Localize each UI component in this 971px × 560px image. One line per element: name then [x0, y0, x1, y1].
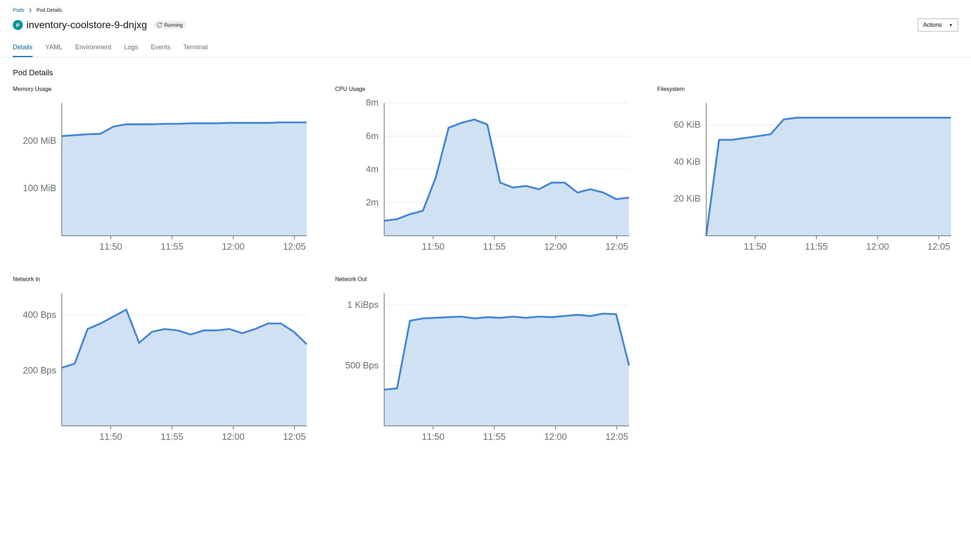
svg-text:11:55: 11:55	[160, 432, 184, 442]
chart-cpu-usage: CPU Usage2m4m6m8m11:5011:5512:0012:05	[335, 86, 636, 258]
svg-text:12:05: 12:05	[605, 432, 628, 442]
breadcrumb: Pods ❯ Pod Details	[13, 7, 958, 13]
svg-text:11:50: 11:50	[421, 242, 445, 252]
chart-title: Network Out	[335, 276, 636, 282]
svg-text:100 MiB: 100 MiB	[23, 183, 56, 193]
status-text: Running	[164, 22, 183, 28]
svg-text:12:05: 12:05	[605, 242, 628, 252]
svg-text:4m: 4m	[366, 164, 378, 174]
tab-terminal[interactable]: Terminal	[184, 40, 208, 57]
svg-text:11:55: 11:55	[483, 432, 506, 442]
svg-text:200 MiB: 200 MiB	[23, 135, 56, 145]
svg-text:2m: 2m	[366, 197, 378, 207]
chart-svg[interactable]: 100 MiB200 MiB11:5011:5512:0012:05	[13, 96, 314, 257]
svg-text:12:00: 12:00	[222, 242, 244, 252]
tab-logs[interactable]: Logs	[124, 40, 138, 57]
pod-icon: P	[13, 20, 23, 30]
svg-text:12:00: 12:00	[866, 242, 889, 252]
tab-events[interactable]: Events	[151, 40, 170, 57]
chart-network-out: Network Out500 Bps1 KiBps11:5011:5512:00…	[335, 276, 636, 448]
section-title: Pod Details	[13, 68, 958, 77]
chart-title: Filesystem	[657, 86, 958, 92]
svg-text:200 Bps: 200 Bps	[23, 365, 56, 375]
chart-svg[interactable]: 500 Bps1 KiBps11:5011:5512:0012:05	[335, 286, 636, 447]
chart-title: Memory Usage	[13, 86, 314, 92]
chart-filesystem: Filesystem20 KiB40 KiB60 KiB11:5011:5512…	[657, 86, 958, 258]
svg-text:12:05: 12:05	[283, 242, 306, 252]
svg-text:11:50: 11:50	[744, 242, 767, 252]
breadcrumb-parent-link[interactable]: Pods	[13, 7, 24, 13]
svg-text:11:55: 11:55	[483, 242, 506, 252]
svg-text:12:05: 12:05	[283, 432, 306, 442]
chevron-right-icon: ❯	[28, 7, 32, 12]
chart-svg[interactable]: 200 Bps400 Bps11:5011:5512:0012:05	[13, 286, 314, 447]
actions-label: Actions	[923, 22, 942, 28]
svg-text:40 KiB: 40 KiB	[674, 157, 701, 167]
tabs: DetailsYAMLEnvironmentLogsEventsTerminal	[0, 40, 971, 57]
status-badge: Running	[154, 21, 186, 29]
actions-dropdown[interactable]: Actions ▼	[918, 18, 958, 32]
chart-svg[interactable]: 20 KiB40 KiB60 KiB11:5011:5512:0012:05	[657, 96, 958, 257]
svg-text:60 KiB: 60 KiB	[674, 120, 701, 130]
svg-text:11:55: 11:55	[805, 242, 828, 252]
svg-text:12:00: 12:00	[544, 242, 567, 252]
svg-text:12:05: 12:05	[928, 242, 950, 252]
svg-text:1 KiBps: 1 KiBps	[347, 300, 378, 310]
svg-text:11:55: 11:55	[160, 242, 184, 252]
svg-text:20 KiB: 20 KiB	[674, 193, 701, 203]
svg-text:12:00: 12:00	[222, 432, 244, 442]
page-title: inventory-coolstore-9-dnjxg	[27, 19, 147, 31]
chart-title: Network In	[13, 276, 314, 282]
breadcrumb-current: Pod Details	[37, 7, 62, 13]
refresh-icon	[157, 22, 162, 27]
chart-title: CPU Usage	[335, 86, 636, 92]
svg-text:11:50: 11:50	[99, 242, 122, 252]
chart-svg[interactable]: 2m4m6m8m11:5011:5512:0012:05	[335, 96, 636, 257]
chart-network-in: Network In200 Bps400 Bps11:5011:5512:001…	[13, 276, 314, 448]
svg-text:6m: 6m	[366, 131, 378, 141]
caret-down-icon: ▼	[949, 23, 953, 27]
tab-yaml[interactable]: YAML	[45, 40, 62, 57]
svg-text:500 Bps: 500 Bps	[345, 360, 378, 370]
svg-text:400 Bps: 400 Bps	[23, 310, 56, 320]
svg-text:11:50: 11:50	[99, 432, 122, 442]
svg-text:8m: 8m	[366, 97, 378, 107]
svg-text:11:50: 11:50	[421, 432, 445, 442]
tab-environment[interactable]: Environment	[75, 40, 111, 57]
chart-memory-usage: Memory Usage100 MiB200 MiB11:5011:5512:0…	[13, 86, 314, 258]
tab-details[interactable]: Details	[13, 40, 32, 57]
svg-text:12:00: 12:00	[544, 432, 567, 442]
